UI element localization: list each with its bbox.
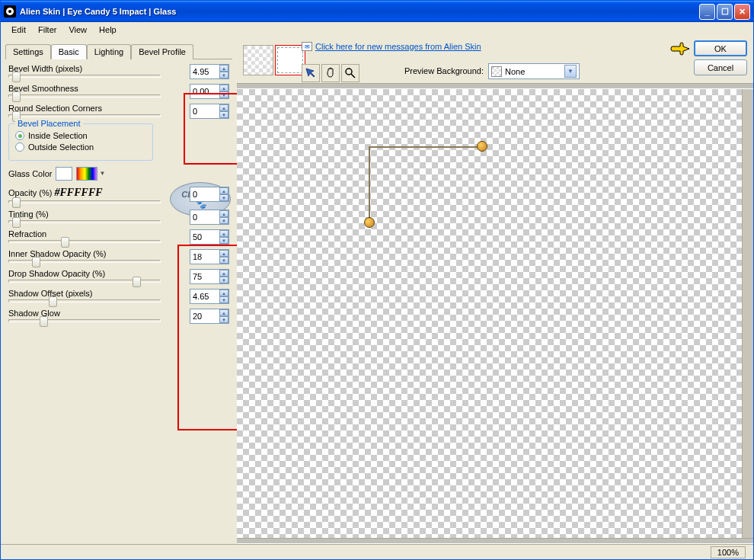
param-opacity: Opacity (%) #FFFFFF ▲▼: [8, 187, 229, 203]
thumbnail-before[interactable]: [243, 45, 273, 75]
preview-canvas[interactable]: [237, 89, 743, 538]
tab-bevel-profile[interactable]: Bevel Profile: [131, 44, 193, 59]
input-bevel-smoothness[interactable]: [190, 85, 219, 98]
spin-up[interactable]: ▲: [219, 230, 228, 237]
radio-outside-selection[interactable]: Outside Selection: [15, 142, 146, 152]
slider-thumb[interactable]: [12, 197, 21, 208]
slider-thumb[interactable]: [32, 257, 40, 267]
chevron-down-icon: ▼: [564, 65, 577, 78]
spin-down[interactable]: ▼: [219, 194, 228, 201]
spinner-shadow-glow: ▲▼: [190, 309, 229, 324]
preview-handle-2[interactable]: [364, 217, 375, 228]
input-shadow-glow[interactable]: [190, 309, 219, 323]
input-round-corners[interactable]: [190, 104, 219, 118]
slider-thumb[interactable]: [12, 72, 21, 82]
menu-edit[interactable]: Edit: [5, 24, 32, 36]
maximize-button[interactable]: ☐: [717, 4, 733, 20]
spin-up[interactable]: ▲: [219, 250, 228, 257]
move-tool[interactable]: [302, 64, 320, 82]
spinner-shadow-offset: ▲▼: [190, 289, 229, 304]
spin-down[interactable]: ▼: [219, 296, 228, 303]
spin-down[interactable]: ▼: [219, 237, 228, 244]
spin-up[interactable]: ▲: [219, 104, 228, 111]
spinner-drop-shadow: ▲▼: [190, 269, 229, 284]
radio-label-inside: Inside Selection: [28, 131, 88, 140]
minimize-button[interactable]: _: [699, 4, 715, 20]
glass-color-swatch[interactable]: [56, 167, 72, 181]
label-preview-bg: Preview Background:: [404, 66, 484, 75]
slider-thumb[interactable]: [133, 277, 141, 287]
spin-up[interactable]: ▲: [219, 309, 228, 316]
spin-down[interactable]: ▼: [219, 316, 228, 323]
tab-basic[interactable]: Basic: [51, 44, 87, 59]
input-refraction[interactable]: [190, 230, 219, 244]
input-bevel-width[interactable]: [190, 65, 219, 78]
thumbnail-selection[interactable]: [275, 45, 305, 75]
param-inner-shadow: Inner Shadow Opacity (%) ▲▼: [8, 249, 229, 263]
slider-inner-shadow[interactable]: [8, 260, 161, 263]
spin-up[interactable]: ▲: [219, 85, 228, 91]
slider-drop-shadow[interactable]: [8, 280, 161, 283]
zoom-tool[interactable]: [341, 64, 359, 82]
menu-filter[interactable]: Filter: [32, 24, 62, 36]
spin-up[interactable]: ▲: [219, 270, 228, 277]
preview-path-v: [369, 146, 370, 221]
tab-lighting[interactable]: Lighting: [87, 44, 132, 59]
spin-up[interactable]: ▲: [219, 290, 228, 296]
spin-down[interactable]: ▼: [219, 257, 228, 264]
input-shadow-offset[interactable]: [190, 290, 219, 303]
param-shadow-glow: Shadow Glow ▲▼: [8, 309, 229, 322]
param-bevel-smoothness: Bevel Smoothness ▲▼: [8, 84, 229, 98]
close-button[interactable]: ✕: [734, 4, 750, 20]
slider-shadow-offset[interactable]: [8, 299, 161, 302]
preview-handle-1[interactable]: [477, 141, 487, 152]
spin-up[interactable]: ▲: [219, 210, 228, 217]
slider-thumb[interactable]: [40, 316, 48, 327]
slider-shadow-glow[interactable]: [8, 319, 161, 322]
spin-down[interactable]: ▼: [219, 111, 228, 118]
tab-bar: Settings Basic Lighting Bevel Profile: [5, 43, 232, 59]
spinner-round-corners: ▲▼: [190, 104, 229, 119]
input-opacity[interactable]: [190, 187, 219, 201]
input-inner-shadow[interactable]: [190, 250, 219, 264]
spin-down[interactable]: ▼: [219, 277, 228, 283]
menu-help[interactable]: Help: [93, 24, 123, 36]
input-tinting[interactable]: [190, 210, 219, 224]
select-preview-bg[interactable]: None ▼: [488, 63, 580, 79]
messages-link[interactable]: Click here for new messages from Alien S…: [315, 42, 481, 51]
cancel-button[interactable]: Cancel: [694, 59, 747, 75]
right-area: ✉ Click here for new messages from Alien…: [237, 37, 753, 544]
input-drop-shadow[interactable]: [190, 270, 219, 283]
hand-tool[interactable]: [321, 64, 340, 82]
slider-opacity[interactable]: [8, 200, 161, 203]
radio-label-outside: Outside Selection: [28, 142, 94, 152]
zoom-level[interactable]: 100%: [711, 546, 746, 558]
spin-up[interactable]: ▲: [219, 65, 228, 72]
left-panel: Settings Basic Lighting Bevel Profile Be…: [1, 37, 237, 544]
glass-color-picker[interactable]: [76, 167, 97, 181]
svg-point-1: [8, 10, 11, 13]
ok-button[interactable]: OK: [694, 40, 747, 56]
app-icon: [4, 5, 16, 18]
spin-down[interactable]: ▼: [219, 91, 228, 98]
label-glass-color: Glass Color: [8, 169, 52, 178]
menu-view[interactable]: View: [62, 24, 93, 36]
spin-down[interactable]: ▼: [219, 217, 228, 224]
param-round-corners: Round Selection Corners ▲▼: [8, 104, 229, 117]
spin-up[interactable]: ▲: [219, 187, 228, 194]
slider-bevel-smoothness[interactable]: [8, 94, 161, 98]
messages-link-row: ✉ Click here for new messages from Alien…: [302, 42, 481, 51]
slider-bevel-width[interactable]: [8, 75, 161, 78]
param-tinting: Tinting (%) ▲▼: [8, 210, 229, 223]
spin-down[interactable]: ▼: [219, 72, 228, 78]
slider-round-corners[interactable]: [8, 114, 161, 117]
radio-inside-selection[interactable]: Inside Selection: [15, 131, 146, 140]
slider-thumb[interactable]: [12, 217, 21, 228]
tab-settings[interactable]: Settings: [5, 44, 51, 59]
spinner-inner-shadow: ▲▼: [190, 249, 229, 264]
slider-thumb[interactable]: [12, 91, 21, 102]
slider-refraction[interactable]: [8, 240, 161, 243]
slider-thumb[interactable]: [61, 237, 69, 248]
slider-tinting[interactable]: [8, 220, 161, 223]
slider-thumb[interactable]: [49, 296, 57, 307]
